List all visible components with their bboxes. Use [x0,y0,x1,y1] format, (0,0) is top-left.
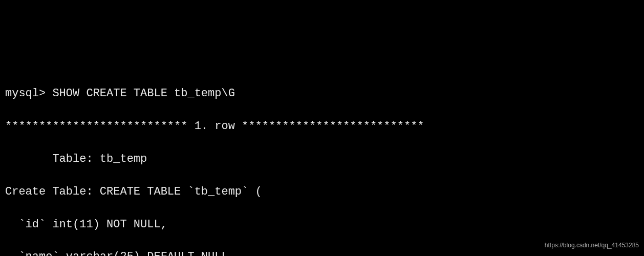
terminal-line-create-table: Create Table: CREATE TABLE `tb_temp` ( [5,184,639,200]
terminal-line-row-separator: *************************** 1. row *****… [5,118,639,135]
terminal-line-column-id: `id` int(11) NOT NULL, [5,217,639,233]
terminal-line-table-name: Table: tb_temp [5,151,639,167]
terminal-output: mysql> SHOW CREATE TABLE tb_temp\G *****… [5,70,639,256]
terminal-line-prompt: mysql> SHOW CREATE TABLE tb_temp\G [5,86,639,102]
watermark-text: https://blog.csdn.net/qq_41453285 [545,241,639,250]
terminal-line-column-name: `name` varchar(25) DEFAULT NULL, [5,249,639,256]
